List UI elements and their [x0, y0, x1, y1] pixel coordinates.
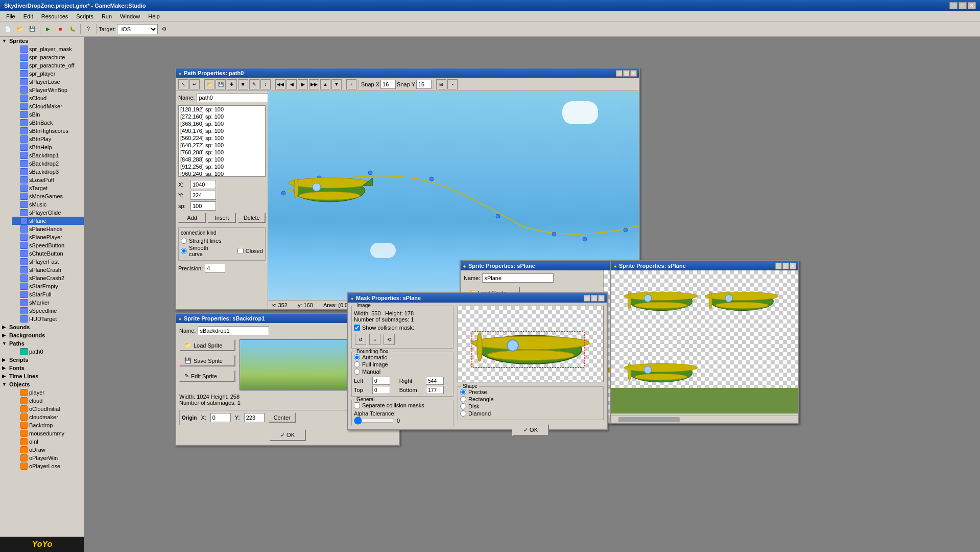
save-btn[interactable]: 💾 [27, 24, 38, 35]
tree-item-sSpeedline[interactable]: sSpeedline [12, 307, 84, 315]
shape-diamond-radio[interactable] [460, 410, 466, 417]
straight-lines-radio[interactable] [181, 238, 187, 244]
path-tool-undo[interactable]: ↩ [189, 79, 200, 89]
menu-help[interactable]: Help [144, 12, 164, 20]
mask-tool-3[interactable]: ⟲ [384, 334, 395, 345]
point-7[interactable] [624, 228, 628, 232]
bb-automatic-radio[interactable] [354, 354, 360, 360]
add-point-btn[interactable]: Add [178, 213, 206, 223]
menu-scripts[interactable]: Scripts [72, 12, 98, 20]
path-nav-4[interactable]: ▶▶ [309, 79, 319, 89]
tree-item-sPlayerGlide[interactable]: sPlayerGlide [12, 209, 84, 217]
top-input[interactable] [372, 386, 390, 394]
tree-item-sPlane[interactable]: sPlane [12, 217, 84, 225]
tree-item-sLosePuff[interactable]: sLosePuff [12, 176, 84, 184]
path-tool-arrows[interactable]: ↕ [260, 79, 271, 89]
tree-item-oPlayerWin[interactable]: oPlayerWin [12, 454, 84, 462]
timelines-header[interactable]: Time Lines [0, 372, 84, 380]
path-point-7[interactable]: [848,288] sp: 100 [179, 156, 265, 163]
objects-header[interactable]: Objects [0, 380, 84, 388]
mask-close-btn[interactable]: ✕ [598, 295, 605, 302]
tree-item-sBackdrop1[interactable]: sBackdrop1 [12, 151, 84, 159]
path-point-6[interactable]: [768,288] sp: 100 [179, 149, 265, 156]
bottom-input[interactable] [426, 386, 444, 394]
sprite-plane-right-titlebar[interactable]: ⬥ Sprite Properties: sPlane ─ □ ✕ [611, 261, 798, 270]
y-input[interactable] [190, 191, 216, 200]
path-restore-btn[interactable]: □ [623, 70, 630, 77]
menu-run[interactable]: Run [98, 12, 116, 20]
point-4[interactable] [496, 214, 500, 218]
paths-header[interactable]: Paths [0, 339, 84, 348]
tree-item-sMarker[interactable]: sMarker [12, 298, 84, 307]
target-settings-btn[interactable]: ⚙ [159, 24, 170, 35]
stop-btn[interactable]: ■ [55, 24, 66, 35]
target-select[interactable]: iOS Windows Android [117, 24, 158, 34]
tree-item-sStarFull[interactable]: sStarFull [12, 290, 84, 298]
tree-item-sCloud[interactable]: sCloud [12, 94, 84, 102]
tree-item-sPlayerLose[interactable]: sPlayerLose [12, 78, 84, 86]
tree-item-sBln[interactable]: sBln [12, 110, 84, 119]
mask-tool-1[interactable]: ↺ [355, 334, 366, 345]
point-3[interactable] [429, 177, 434, 181]
debug-btn[interactable]: 🐛 [67, 24, 78, 35]
menu-file[interactable]: File [2, 12, 19, 20]
sprites-header[interactable]: Sprites [0, 37, 84, 45]
save-sprite-btn[interactable]: 💾 Save Sprite [179, 355, 235, 366]
smooth-curve-radio[interactable] [181, 248, 187, 254]
path-tool-delete[interactable]: ✖ [238, 79, 248, 89]
tree-item-sBtnBack[interactable]: sBtnBack [12, 119, 84, 127]
open-btn[interactable]: 📂 [14, 24, 26, 35]
precision-input[interactable] [205, 264, 225, 273]
edit-sprite-btn[interactable]: ✎ Edit Sprite [179, 370, 235, 382]
bb-manual-radio[interactable] [354, 369, 360, 375]
path-tool-save[interactable]: 💾 [216, 79, 226, 89]
tree-item-sPlayerFast[interactable]: sPlayerFast [12, 258, 84, 266]
show-collision-cb[interactable] [354, 325, 360, 331]
path-point-9[interactable]: [960,240] sp: 100 [179, 170, 265, 177]
origin-y-input[interactable] [244, 413, 265, 422]
path-tool-open[interactable]: 📂 [204, 79, 214, 89]
backdrop-ok-btn[interactable]: ✓ OK [269, 429, 306, 441]
tree-item-sBtnHighscores[interactable]: sBtnHighscores [12, 127, 84, 135]
snap-x-input[interactable] [380, 80, 396, 89]
shape-disk-radio[interactable] [460, 403, 466, 409]
path-tool-bg[interactable]: ▪ [447, 79, 458, 89]
path-tool-arrow[interactable]: ↖ [178, 79, 188, 89]
path-nav-3[interactable]: ▶ [298, 79, 308, 89]
alpha-slider[interactable] [354, 418, 395, 424]
tree-item-sPlaneCrash[interactable]: sPlaneCrash [12, 266, 84, 274]
tree-item-sTarget[interactable]: sTarget [12, 184, 84, 192]
path-nav-2[interactable]: ◀ [286, 79, 297, 89]
origin-x-input[interactable] [210, 413, 231, 422]
tree-item-Backdrop[interactable]: Backdrop [12, 421, 84, 429]
tree-item-sBtnHelp[interactable]: sBtnHelp [12, 143, 84, 151]
delete-point-btn[interactable]: Delete [238, 213, 266, 223]
sprite-h-thumb[interactable] [618, 417, 680, 422]
shape-rectangle-radio[interactable] [460, 396, 466, 402]
sprite-right-close[interactable]: ✕ [790, 263, 796, 269]
tree-item-player[interactable]: player [12, 388, 84, 397]
mask-minimize-btn[interactable]: ─ [584, 295, 590, 302]
tree-item-mousedummy[interactable]: mousedummy [12, 429, 84, 438]
tree-item-sBackdrop2[interactable]: sBackdrop2 [12, 159, 84, 168]
point-6[interactable] [583, 237, 587, 241]
path-point-8[interactable]: [912,256] sp: 100 [179, 163, 265, 170]
mask-ok-btn[interactable]: ✓ OK [512, 424, 549, 436]
maximize-btn[interactable]: □ [959, 2, 967, 9]
insert-point-btn[interactable]: Insert [208, 213, 235, 223]
help-btn[interactable]: ? [83, 24, 94, 35]
path-point-4[interactable]: [560,224] sp: 100 [179, 134, 265, 142]
left-input[interactable] [372, 377, 390, 385]
shape-precise-radio[interactable] [460, 389, 466, 395]
new-btn[interactable]: 📄 [2, 24, 13, 35]
tree-item-oPlayerLose[interactable]: oPlayerLose [12, 462, 84, 470]
path-nav-1[interactable]: ◀◀ [275, 79, 285, 89]
center-btn[interactable]: Center [269, 412, 296, 423]
tree-item-sBtnPlay[interactable]: sBtnPlay [12, 135, 84, 143]
tree-item-cloudmaker[interactable]: cloudmaker [12, 413, 84, 421]
path-nav-down[interactable]: ▼ [331, 79, 342, 89]
tree-item-sMusic[interactable]: sMusic [12, 200, 84, 209]
sprite-right-min[interactable]: ─ [775, 263, 782, 269]
tree-item-oInl[interactable]: oInl [12, 438, 84, 446]
sprite-right-scrollbar[interactable] [611, 416, 798, 423]
